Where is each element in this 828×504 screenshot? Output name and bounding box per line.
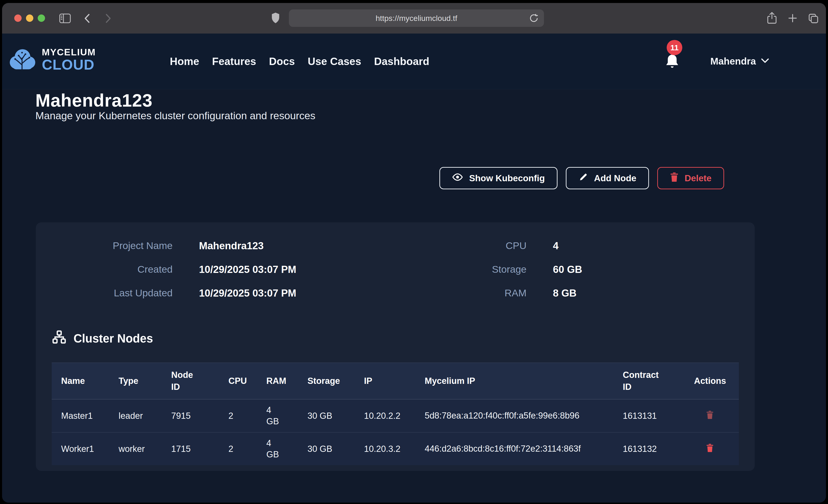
overview-right: CPU 4 Storage 60 GB RAM 8 GB — [398, 234, 695, 305]
cluster-nodes-table: Name Type Node ID CPU RAM Storage IP Myc… — [52, 363, 739, 465]
cell-mycelium-ip: 446:d2a6:8bcd:8c16:ff0f:72e2:3114:863f — [424, 432, 623, 465]
cell-cpu: 2 — [228, 399, 266, 432]
site-header: MYCELIUM CLOUD Home Features Docs Use Ca… — [2, 34, 826, 89]
cell-ram: 4 GB — [266, 399, 307, 432]
cell-contract-id: 1613131 — [623, 399, 694, 432]
info-value: 4 — [553, 240, 695, 252]
cluster-actions: Show Kubeconfig Add Node Delete — [440, 167, 724, 189]
col-header-type: Type — [118, 363, 171, 399]
refresh-icon[interactable] — [529, 13, 539, 23]
browser-chrome: https://myceliumcloud.tf — [2, 3, 826, 34]
cell-storage: 30 GB — [307, 399, 364, 432]
add-node-button[interactable]: Add Node — [566, 167, 649, 189]
col-header-ip: IP — [364, 363, 424, 399]
table-row: Worker1 worker 1715 2 4 GB 30 GB 10.20.3… — [52, 432, 739, 465]
info-label: Storage — [398, 264, 527, 275]
notification-bell-icon[interactable] — [664, 53, 682, 78]
cell-name: Worker1 — [52, 432, 118, 465]
delete-label: Delete — [685, 173, 711, 183]
cluster-nodes-title: Cluster Nodes — [74, 332, 153, 345]
logo-line2: CLOUD — [42, 57, 96, 72]
traffic-light-zoom[interactable] — [38, 14, 45, 22]
col-header-name: Name — [52, 363, 118, 399]
cell-type: worker — [118, 432, 171, 465]
info-value: 8 GB — [553, 287, 695, 299]
cell-name: Master1 — [52, 399, 118, 432]
cell-actions — [694, 399, 739, 432]
col-header-node-id: Node ID — [171, 363, 228, 399]
back-button[interactable] — [83, 13, 93, 24]
overview-left: Project Name Mahendra123 Created 10/29/2… — [46, 234, 383, 305]
url-text: https://myceliumcloud.tf — [375, 14, 457, 23]
new-tab-icon[interactable] — [788, 13, 798, 23]
shield-icon[interactable] — [271, 12, 280, 24]
cell-ram: 4 GB — [266, 432, 307, 465]
share-icon[interactable] — [767, 12, 778, 25]
cloud-tree-logo-icon — [8, 46, 37, 73]
traffic-light-close[interactable] — [14, 14, 22, 22]
cell-contract-id: 1613132 — [623, 432, 694, 465]
cell-ip: 10.20.3.2 — [364, 432, 424, 465]
browser-window: https://myceliumcloud.tf Mahendra123 Man… — [2, 3, 826, 503]
col-header-actions: Actions — [694, 363, 739, 399]
info-label: RAM — [398, 287, 527, 299]
cluster-overview-card: Project Name Mahendra123 Created 10/29/2… — [36, 222, 755, 471]
info-value: 60 GB — [553, 264, 695, 275]
info-value: 10/29/2025 03:07 PM — [199, 264, 383, 275]
cell-ip: 10.20.2.2 — [364, 399, 424, 432]
page-viewport: Mahendra123 Manage your Kubernetes clust… — [2, 34, 826, 503]
show-kubeconfig-button[interactable]: Show Kubeconfig — [440, 167, 557, 189]
sidebar-toggle-icon[interactable] — [59, 13, 71, 24]
screen: https://myceliumcloud.tf Mahendra123 Man… — [0, 0, 828, 504]
nav-item-features[interactable]: Features — [212, 55, 256, 68]
main-nav: Home Features Docs Use Cases Dashboard — [170, 34, 429, 89]
show-kubeconfig-label: Show Kubeconfig — [469, 173, 545, 183]
info-label: Project Name — [46, 240, 173, 251]
info-value: 10/29/2025 03:07 PM — [199, 287, 383, 299]
trash-icon — [706, 450, 714, 454]
delete-node-button[interactable] — [706, 443, 714, 454]
chevron-down-icon — [761, 58, 769, 65]
cell-type: leader — [118, 399, 171, 432]
col-header-ram: RAM — [266, 363, 307, 399]
page-title: Mahendra123 — [35, 91, 153, 109]
forward-button[interactable] — [103, 13, 113, 24]
table-header-row: Name Type Node ID CPU RAM Storage IP Myc… — [52, 363, 739, 399]
add-node-label: Add Node — [594, 173, 636, 183]
cell-node-id: 7915 — [171, 399, 228, 432]
info-label: CPU — [398, 240, 527, 251]
traffic-light-minimize[interactable] — [26, 14, 33, 22]
tabs-overview-icon[interactable] — [807, 13, 819, 24]
user-name: Mahendra — [710, 56, 756, 67]
trash-icon — [706, 417, 714, 420]
notification-count-badge: 11 — [667, 40, 682, 55]
nav-item-docs[interactable]: Docs — [269, 55, 295, 68]
cluster-nodes-heading: Cluster Nodes — [52, 330, 153, 347]
url-bar[interactable]: https://myceliumcloud.tf — [289, 9, 544, 27]
eye-icon — [452, 172, 463, 184]
col-header-mycelium-ip: Mycelium IP — [424, 363, 623, 399]
delete-node-button[interactable] — [706, 410, 714, 420]
info-label: Created — [46, 264, 173, 275]
user-menu[interactable]: Mahendra — [710, 34, 769, 89]
cell-node-id: 1715 — [171, 432, 228, 465]
logo[interactable]: MYCELIUM CLOUD — [8, 46, 96, 73]
pencil-icon — [578, 172, 588, 184]
cell-storage: 30 GB — [307, 432, 364, 465]
trash-icon — [670, 172, 678, 184]
logo-line1: MYCELIUM — [42, 48, 96, 57]
cell-actions — [694, 432, 739, 465]
table-row: Master1 leader 7915 2 4 GB 30 GB 10.20.2… — [52, 399, 739, 432]
nav-item-home[interactable]: Home — [170, 55, 199, 68]
cell-mycelium-ip: 5d8:78ea:a120:f40c:ff0f:a5fe:99e6:8b96 — [424, 399, 623, 432]
nav-item-use-cases[interactable]: Use Cases — [308, 55, 361, 68]
col-header-storage: Storage — [307, 363, 364, 399]
delete-cluster-button[interactable]: Delete — [657, 167, 724, 189]
info-label: Last Updated — [46, 287, 173, 299]
nav-item-dashboard[interactable]: Dashboard — [374, 55, 429, 68]
logo-text: MYCELIUM CLOUD — [42, 48, 96, 72]
cell-cpu: 2 — [228, 432, 266, 465]
org-chart-icon — [52, 330, 66, 347]
info-value: Mahendra123 — [199, 240, 383, 252]
col-header-contract-id: Contract ID — [623, 363, 694, 399]
